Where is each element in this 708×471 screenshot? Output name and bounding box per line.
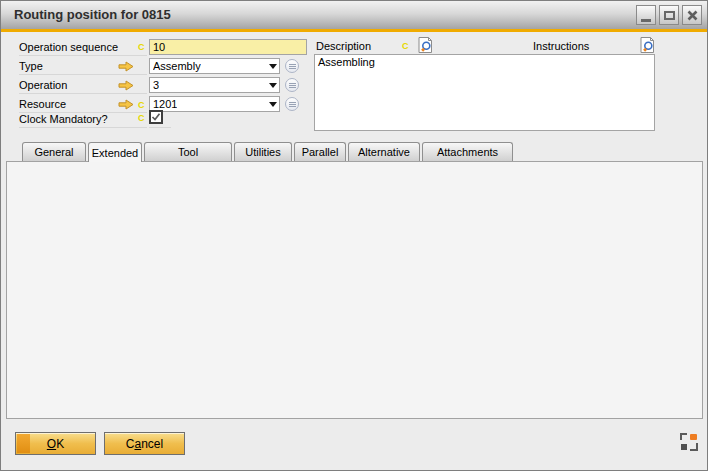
tab-general[interactable]: General (22, 142, 86, 161)
mandatory-marker: C (138, 100, 145, 110)
close-icon (687, 10, 698, 21)
text-preview-icon[interactable] (640, 37, 655, 53)
tab-label: General (34, 146, 73, 158)
tab-label: Alternative (358, 146, 410, 158)
maximize-button[interactable] (659, 5, 679, 25)
minimize-icon (641, 19, 651, 22)
tab-label: Utilities (245, 146, 280, 158)
operation-dropdown[interactable]: 3 (149, 77, 280, 93)
row-divider (149, 127, 171, 128)
tab-alternative[interactable]: Alternative (348, 142, 420, 161)
chevron-down-icon (269, 83, 277, 88)
operation-sequence-label: Operation sequence (19, 41, 118, 53)
operation-dropdown-value: 3 (153, 79, 159, 91)
ok-button[interactable]: OK (15, 432, 96, 455)
resource-label: Resource (19, 98, 66, 110)
list-lines-icon (289, 85, 296, 86)
tab-label: Parallel (302, 146, 339, 158)
row-divider (19, 127, 147, 128)
clock-mandatory-label: Clock Mandatory? (19, 113, 108, 125)
tab-attachments[interactable]: Attachments (422, 142, 513, 161)
choose-from-list-icon[interactable] (285, 59, 299, 73)
description-label: Description (316, 40, 371, 52)
link-arrow-icon[interactable] (118, 61, 134, 72)
accent-bar (1, 29, 707, 32)
window-title: Routing position for 0815 (14, 7, 171, 22)
chevron-down-icon (269, 64, 277, 69)
operation-label: Operation (19, 79, 67, 91)
row-divider (19, 55, 147, 56)
tab-tool[interactable]: Tool (144, 142, 232, 161)
tab-label: Attachments (437, 146, 498, 158)
mandatory-marker: C (402, 41, 409, 51)
default-button-strip (17, 434, 30, 453)
instructions-label: Instructions (533, 40, 589, 52)
window-controls (636, 5, 702, 25)
tab-label: Extended (92, 147, 138, 159)
resource-dropdown[interactable]: 1201 (149, 96, 280, 112)
tab-label: Tool (178, 146, 198, 158)
ok-button-label-rest: K (56, 437, 64, 451)
check-icon (151, 112, 161, 122)
ok-button-label: O (47, 437, 56, 451)
resize-grip-icon[interactable] (680, 433, 698, 451)
tab-utilities[interactable]: Utilities (234, 142, 292, 161)
row-divider (19, 93, 147, 94)
extended-tab-panel (6, 161, 703, 419)
resource-dropdown-value: 1201 (153, 98, 177, 110)
clock-mandatory-checkbox[interactable] (149, 110, 163, 124)
close-button[interactable] (682, 5, 702, 25)
description-textarea[interactable]: Assembling (314, 54, 655, 131)
choose-from-list-icon[interactable] (285, 78, 299, 92)
row-divider (19, 74, 147, 75)
mandatory-marker: C (138, 113, 145, 123)
list-lines-icon (289, 104, 296, 105)
mandatory-marker: C (138, 42, 145, 52)
maximize-icon (664, 11, 675, 20)
cancel-button[interactable]: Cancel (104, 432, 185, 455)
link-arrow-icon[interactable] (118, 99, 134, 110)
minimize-button[interactable] (636, 5, 656, 25)
link-arrow-icon[interactable] (118, 80, 134, 91)
operation-sequence-input[interactable] (149, 39, 307, 55)
list-lines-icon (289, 66, 296, 67)
choose-from-list-icon[interactable] (285, 97, 299, 111)
type-label: Type (19, 60, 43, 72)
cancel-button-label-rest: ncel (141, 437, 163, 451)
titlebar[interactable]: Routing position for 0815 (1, 1, 707, 29)
type-dropdown[interactable]: Assembly (149, 58, 280, 74)
routing-position-dialog: Routing position for 0815 Operation sequ… (0, 0, 708, 471)
chevron-down-icon (269, 102, 277, 107)
tab-parallel[interactable]: Parallel (294, 142, 346, 161)
type-dropdown-value: Assembly (153, 60, 201, 72)
tab-extended[interactable]: Extended (88, 142, 142, 162)
text-preview-icon[interactable] (418, 37, 433, 53)
